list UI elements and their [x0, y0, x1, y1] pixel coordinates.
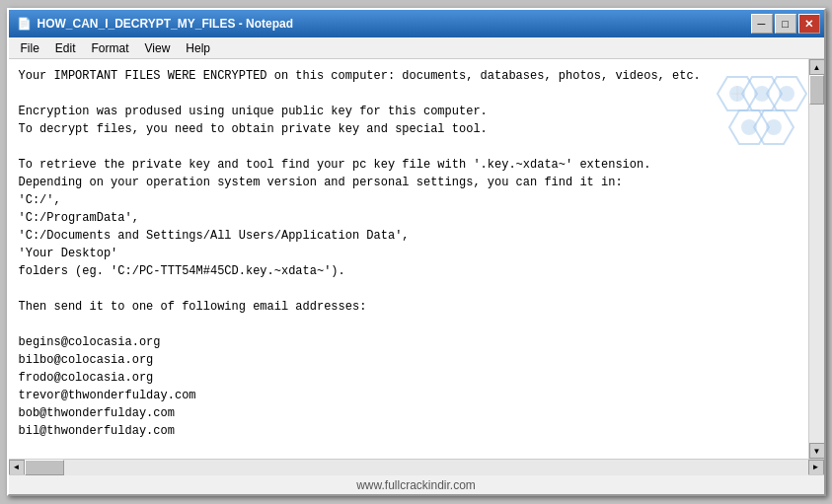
menu-view[interactable]: View	[137, 39, 179, 57]
scroll-track-v[interactable]	[809, 75, 824, 443]
svg-point-9	[766, 119, 782, 135]
horizontal-scrollbar[interactable]: ◄ ►	[9, 459, 824, 474]
scroll-right-button[interactable]: ►	[808, 460, 824, 475]
scroll-thumb-h[interactable]	[25, 460, 64, 475]
status-bar: www.fullcrackindir.com	[9, 474, 824, 494]
svg-point-7	[779, 86, 794, 102]
scroll-thumb-v[interactable]	[809, 75, 824, 105]
svg-point-8	[741, 119, 757, 135]
menu-help[interactable]: Help	[178, 39, 218, 57]
title-buttons: ─ □ ✕	[751, 14, 820, 34]
title-bar-text: 📄 HOW_CAN_I_DECRYPT_MY_FILES - Notepad	[17, 17, 294, 31]
menu-edit[interactable]: Edit	[47, 39, 84, 57]
window-title: HOW_CAN_I_DECRYPT_MY_FILES - Notepad	[38, 17, 294, 31]
status-text: www.fullcrackindir.com	[356, 478, 476, 492]
title-icon: 📄	[17, 17, 32, 31]
menu-file[interactable]: File	[13, 39, 47, 57]
scroll-left-button[interactable]: ◄	[9, 460, 25, 475]
minimize-button[interactable]: ─	[751, 14, 773, 34]
scroll-down-button[interactable]: ▼	[809, 443, 824, 459]
scroll-track-h[interactable]	[25, 460, 808, 475]
title-bar: 📄 HOW_CAN_I_DECRYPT_MY_FILES - Notepad ─…	[9, 10, 824, 37]
menu-bar: File Edit Format View Help	[9, 37, 824, 59]
content-area: Your IMPORTANT FILES WERE ENCRYPTED on t…	[9, 59, 824, 459]
decorative-graphic	[678, 67, 816, 166]
menu-format[interactable]: Format	[84, 39, 137, 57]
vertical-scrollbar[interactable]: ▲ ▼	[808, 59, 824, 459]
close-button[interactable]: ✕	[798, 14, 820, 34]
notepad-window: 📄 HOW_CAN_I_DECRYPT_MY_FILES - Notepad ─…	[7, 8, 826, 496]
maximize-button[interactable]: □	[775, 14, 796, 34]
svg-point-6	[754, 86, 770, 102]
